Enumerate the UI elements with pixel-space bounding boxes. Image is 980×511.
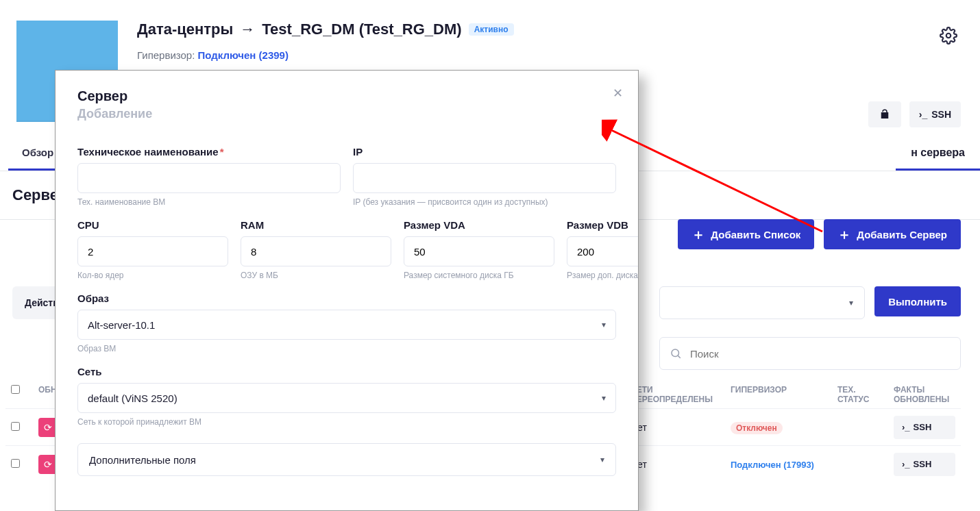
chevron-down-icon: ▾ <box>602 393 606 403</box>
chevron-right-icon: → <box>240 21 255 38</box>
ram-input[interactable] <box>241 236 391 266</box>
settings-button[interactable] <box>933 21 964 51</box>
refresh-icon: ⟳ <box>44 459 52 470</box>
breadcrumb-root[interactable]: Дата-центры <box>137 21 233 38</box>
ssh-label: SSH <box>931 109 951 120</box>
cpu-input[interactable] <box>77 236 228 266</box>
svg-point-1 <box>672 349 679 357</box>
status-badge: Активно <box>469 23 514 36</box>
add-list-button[interactable]: ＋ Добавить Список <box>678 219 814 249</box>
ip-label: IP <box>353 146 616 158</box>
hypervisor-status[interactable]: Подключен (17993) <box>731 460 814 470</box>
col-header-hyp: ГИПЕРВИЗОР <box>725 381 832 408</box>
add-server-button[interactable]: ＋ Добавить Сервер <box>824 219 961 249</box>
net-value: default (ViNS 2520) <box>88 392 177 404</box>
add-server-label: Добавить Сервер <box>857 229 947 240</box>
row-checkbox[interactable] <box>11 459 20 468</box>
net-select[interactable]: default (ViNS 2520) ▾ <box>77 383 616 413</box>
net-label: Сеть <box>77 366 616 377</box>
terminal-icon: ›_ <box>919 109 927 120</box>
lock-button[interactable] <box>868 101 901 127</box>
name-input[interactable] <box>77 163 341 193</box>
unlock-icon <box>879 108 891 121</box>
modal-subtitle: Добавление <box>77 107 616 121</box>
search-input[interactable] <box>690 348 951 360</box>
ssh-label: SSH <box>914 459 932 469</box>
cpu-hint: Кол-во ядер <box>77 271 228 280</box>
breadcrumb-current: Test_RG_DM (Test_RG_DM) <box>262 21 461 38</box>
close-button[interactable]: ✕ <box>613 86 623 101</box>
name-hint: Тех. наименование ВМ <box>77 197 341 207</box>
col-header-facts: ФАКТЫ ОБНОВЛЕНЫ <box>888 381 961 408</box>
hypervisor-link[interactable]: Подключен (2399) <box>198 49 289 61</box>
image-value: Alt-server-10.1 <box>88 319 155 331</box>
vdb-hint: Рзамер доп. диска ГБ <box>567 271 639 280</box>
terminal-icon: ›_ <box>902 422 910 432</box>
hypervisor-label: Гипервизор: <box>137 49 195 61</box>
row-ssh-button[interactable]: ›_ SSH <box>894 416 955 439</box>
net-hint: Сеть к которой принадлежит ВМ <box>77 417 616 427</box>
vda-input[interactable] <box>404 236 554 266</box>
execute-label: Выполнить <box>888 296 947 308</box>
close-icon: ✕ <box>613 86 623 100</box>
tab-server-plan[interactable]: н сервера <box>896 137 980 171</box>
vda-hint: Размер системного диска ГБ <box>404 271 554 280</box>
vda-label: Размер VDA <box>404 219 554 231</box>
add-list-label: Добавить Список <box>711 229 800 240</box>
svg-point-0 <box>946 34 951 38</box>
image-select[interactable]: Alt-server-10.1 ▾ <box>77 310 616 340</box>
execute-button[interactable]: Выполнить <box>874 286 961 316</box>
image-label: Образ <box>77 292 616 304</box>
vdb-input[interactable] <box>567 236 639 266</box>
select-all-checkbox[interactable] <box>11 385 20 394</box>
ip-input[interactable] <box>353 163 616 193</box>
action-select[interactable]: ▾ <box>659 286 865 319</box>
plus-icon: ＋ <box>837 227 851 241</box>
ssh-button[interactable]: ›_ SSH <box>909 101 961 127</box>
ssh-label: SSH <box>914 422 932 432</box>
vdb-label: Размер VDB <box>567 219 639 231</box>
name-label: Техническое наименование* <box>77 146 341 158</box>
modal-title: Сервер <box>77 88 616 104</box>
search-icon <box>670 347 682 360</box>
chevron-down-icon: ▾ <box>600 455 604 464</box>
cpu-label: CPU <box>77 219 228 231</box>
accordion-label: Дополнительные поля <box>89 454 196 466</box>
col-header-status: ТЕХ. СТАТУС <box>832 381 888 408</box>
chevron-down-icon: ▾ <box>602 320 606 329</box>
ip-hint: IP (без указания — присвоится один из до… <box>353 197 616 207</box>
ram-label: RAM <box>241 219 391 231</box>
ram-hint: ОЗУ в МБ <box>241 271 391 280</box>
image-hint: Образ ВМ <box>77 344 616 353</box>
cell-nets: Нет <box>625 418 725 437</box>
col-header-nets: СЕТИ ПЕРЕОПРЕДЕЛЕНЫ <box>625 381 725 408</box>
cell-nets: Нет <box>625 455 725 474</box>
svg-line-2 <box>678 356 680 358</box>
refresh-icon: ⟳ <box>44 422 52 433</box>
search-box[interactable] <box>659 337 961 370</box>
plus-icon: ＋ <box>691 227 705 241</box>
hypervisor-status: Отключен <box>731 422 783 434</box>
breadcrumb: Дата-центры → Test_RG_DM (Test_RG_DM) Ак… <box>137 21 914 38</box>
terminal-icon: ›_ <box>902 459 910 469</box>
additional-fields-accordion[interactable]: Дополнительные поля ▾ <box>77 443 616 476</box>
add-server-modal: ✕ Сервер Добавление Техническое наименов… <box>55 70 639 511</box>
row-checkbox[interactable] <box>11 422 20 431</box>
chevron-down-icon: ▾ <box>849 298 853 308</box>
row-ssh-button[interactable]: ›_ SSH <box>894 453 955 476</box>
